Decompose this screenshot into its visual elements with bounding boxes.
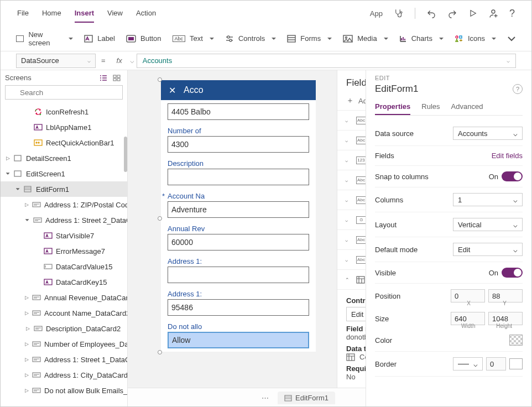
forms-button[interactable]: Forms	[287, 34, 332, 43]
form-field-input[interactable]: Allow	[168, 332, 309, 348]
field-row[interactable]: ⌵AbcAddress 1: City	[337, 110, 366, 130]
tree-item[interactable]: ▷DetailScreen1	[1, 150, 127, 166]
form-field-input[interactable]	[168, 267, 309, 283]
form-field-input[interactable]: 95486	[168, 299, 309, 316]
svg-rect-23	[14, 171, 21, 176]
tree-item[interactable]: ▷Address 1: City_DataCard2	[1, 367, 127, 383]
svg-rect-35	[33, 357, 40, 362]
breadcrumb-item[interactable]: EditForm1	[278, 392, 335, 404]
border-color-swatch[interactable]	[509, 358, 523, 369]
tab-properties[interactable]: Properties	[375, 99, 410, 115]
tree-item[interactable]: IconRefresh1	[1, 104, 127, 119]
form-field-input[interactable]: 4405 Balbo	[168, 103, 309, 120]
tree-item[interactable]: ▷Description_DataCard2	[1, 321, 127, 336]
tree-item[interactable]: ▷Number of Employees_Data	[1, 336, 127, 352]
default-mode-select[interactable]: Edit⌵	[453, 243, 523, 256]
svg-rect-26	[34, 218, 41, 222]
redo-icon[interactable]	[447, 8, 457, 18]
button-button[interactable]: Button	[126, 34, 161, 43]
undo-icon[interactable]	[426, 8, 436, 18]
snap-toggle[interactable]	[502, 171, 523, 181]
tree-item[interactable]: RectQuickActionBar1	[1, 135, 127, 150]
chevron-down-icon[interactable]	[507, 36, 516, 41]
menu-view[interactable]: View	[107, 4, 123, 23]
tree-item[interactable]: ⏷EditScreen1	[1, 166, 127, 181]
share-icon[interactable]	[488, 8, 498, 18]
field-row[interactable]: ⌵AbcAddress 1: Street 1	[337, 130, 366, 150]
text-button[interactable]: AbcText	[173, 34, 214, 43]
menu-insert[interactable]: Insert	[75, 4, 94, 23]
tree-item[interactable]: DataCardKey15	[1, 274, 127, 290]
formula-input[interactable]: Accounts⌵	[137, 54, 516, 68]
property-selector[interactable]: DataSource⌵	[16, 54, 96, 68]
form-field-input[interactable]: 4300	[168, 136, 309, 153]
media-button[interactable]: Media	[343, 34, 388, 43]
form-preview[interactable]: ✕ Acco 4405 BalboNumber of4300Descriptio…	[161, 80, 316, 352]
help-icon[interactable]: ?	[513, 84, 523, 94]
grid-view-icon[interactable]	[113, 75, 121, 81]
layout-select[interactable]: Vertical⌵	[453, 218, 523, 231]
more-icon[interactable]: ⋯	[262, 394, 270, 402]
equals-sign: =	[101, 56, 106, 65]
field-row[interactable]: ⌵AbcDescription	[337, 170, 366, 190]
add-field-button[interactable]: ＋ Add field	[337, 92, 366, 110]
charts-button[interactable]: Charts	[399, 34, 444, 43]
icons-button[interactable]: Icons	[455, 34, 496, 43]
search-input[interactable]	[5, 85, 123, 100]
scrollbar[interactable]	[124, 137, 127, 172]
help-icon[interactable]: ?	[509, 8, 515, 19]
form-field-input[interactable]	[168, 169, 309, 185]
menu-file[interactable]: File	[17, 4, 29, 23]
close-icon[interactable]: ✕	[169, 85, 176, 96]
selection-handle[interactable]	[158, 216, 162, 221]
field-row[interactable]: ⌵123Number of Employees	[337, 150, 366, 170]
menu-action[interactable]: Action	[136, 4, 156, 23]
field-row[interactable]: ⌵⊙Annual Revenue	[337, 210, 366, 229]
color-swatch[interactable]	[509, 335, 523, 346]
svg-rect-36	[33, 373, 40, 377]
tree-item[interactable]: ▷Address 1: Street 1_DataCar	[1, 352, 127, 367]
tree-item[interactable]: DataCardValue15	[1, 259, 127, 274]
controls-button[interactable]: Controls	[225, 34, 276, 43]
play-icon[interactable]	[468, 9, 477, 18]
field-row[interactable]: ⌵AbcAddress 1: ZIP/Postal Code	[337, 249, 366, 269]
tree-item[interactable]: ⏷Address 1: Street 2_DataCar	[1, 212, 127, 228]
svg-rect-14	[117, 75, 120, 77]
form-field-input[interactable]: Adventure	[168, 201, 309, 218]
svg-rect-32	[33, 311, 40, 315]
visible-toggle[interactable]	[502, 268, 523, 278]
field-row[interactable]: ⌵AbcAccount Name	[337, 190, 366, 210]
fields-title: Fields	[346, 77, 366, 88]
svg-rect-13	[113, 75, 116, 77]
tree-item[interactable]: ▷Address 1: ZIP/Postal Code_	[1, 197, 127, 212]
tab-advanced[interactable]: Advanced	[451, 99, 483, 115]
tree-item[interactable]: ▷Do not allow Bulk Emails_D	[1, 383, 127, 398]
menu-home[interactable]: Home	[42, 4, 61, 23]
app-label[interactable]: App	[370, 9, 383, 18]
tree-item[interactable]: StarVisible7	[1, 228, 127, 243]
tab-rules[interactable]: Rules	[421, 99, 440, 115]
label-button[interactable]: Label	[84, 34, 115, 43]
svg-point-21	[38, 142, 39, 143]
border-width-input[interactable]: 0	[486, 357, 506, 371]
list-view-icon[interactable]	[100, 75, 107, 81]
field-row[interactable]: ⌃Do not allow Bulk Emails⋯	[337, 269, 366, 289]
tree-item[interactable]: ▷Account Name_DataCard2	[1, 305, 127, 321]
selection-handle[interactable]	[158, 350, 162, 354]
separator	[415, 8, 415, 19]
columns-select[interactable]: 1⌵	[453, 193, 523, 206]
field-row[interactable]: ⌵AbcAddress 1: Street 2	[337, 229, 366, 249]
border-style-select[interactable]: ⌵	[453, 357, 483, 371]
form-field-input[interactable]: 60000	[168, 234, 309, 251]
edit-fields-link[interactable]: Edit fields	[492, 152, 523, 160]
stethoscope-icon[interactable]	[394, 8, 404, 18]
tree-item[interactable]: ⏷EditForm1	[1, 181, 127, 197]
new-screen-button[interactable]: New screen	[16, 30, 73, 47]
control-type-select[interactable]: Edit option set single-select⌵	[346, 307, 366, 321]
props-title: EditForm1	[375, 84, 418, 95]
tree-item[interactable]: LblAppName1	[1, 119, 127, 135]
tree-item[interactable]: ▷Annual Revenue_DataCard2	[1, 290, 127, 305]
data-source-select[interactable]: Accounts⌵	[453, 127, 523, 140]
tree-item[interactable]: ErrorMessage7	[1, 243, 127, 259]
selection-handle[interactable]	[158, 77, 162, 82]
